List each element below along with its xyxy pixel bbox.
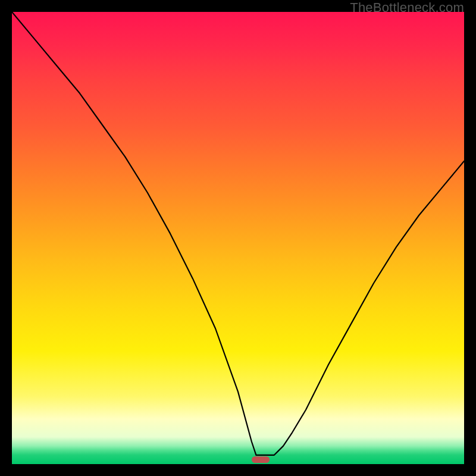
curve-svg [12,12,464,464]
chart-container: TheBottleneck.com [0,0,476,476]
optimal-marker [252,456,270,463]
plot-area [12,12,464,464]
bottleneck-curve [12,12,464,455]
